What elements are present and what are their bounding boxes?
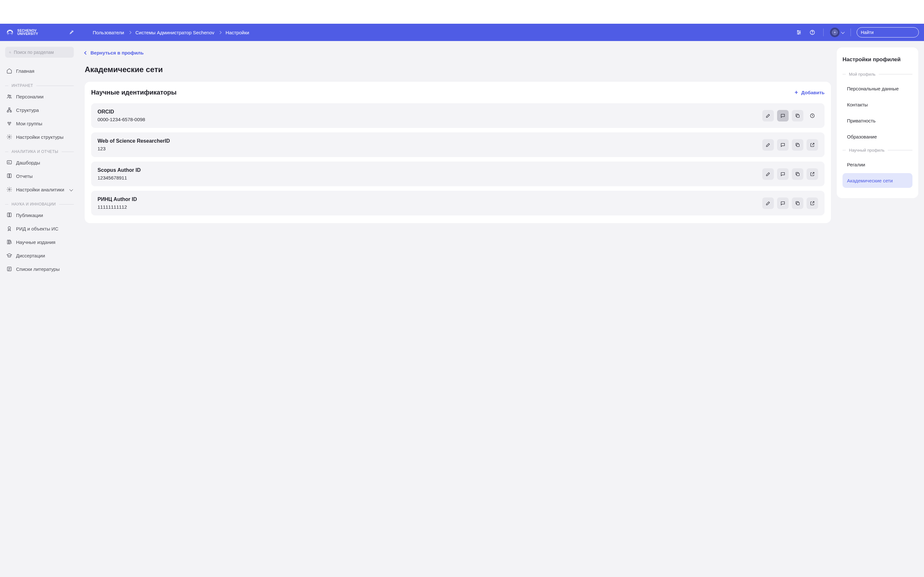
settings-panel: Настройки профилей Мой профильПерсональн… [837, 47, 918, 198]
copy-button[interactable] [792, 168, 803, 180]
copy-button[interactable] [792, 110, 803, 121]
link-icon [810, 142, 815, 147]
svg-rect-24 [9, 108, 10, 109]
comment-button[interactable] [777, 168, 788, 180]
identifier-name: Scopus Author ID [97, 167, 762, 173]
svg-line-21 [11, 53, 11, 53]
page-title: Академические сети [85, 65, 831, 74]
sidebar-item-reports[interactable]: Отчеты [5, 169, 74, 183]
identifier-row: Web of Science ResearcherID123 [91, 132, 825, 157]
sidebar-item-publications[interactable]: Публикации [5, 208, 74, 222]
sidebar-search[interactable] [5, 47, 74, 58]
back-label: Вернуться в профиль [90, 50, 144, 55]
svg-point-22 [8, 95, 10, 97]
identifier-name: РИНЦ Author ID [97, 197, 762, 202]
settings-item[interactable]: Персональные данные [843, 81, 913, 96]
group-icon [6, 121, 12, 126]
settings-item[interactable]: Регалии [843, 157, 913, 172]
sidebar-group-header: АНАЛИТИКА И ОТЧЕТЫ [5, 149, 74, 154]
comment-icon [780, 113, 785, 118]
breadcrumb-item[interactable]: Системы Администратор Sechenov [136, 30, 214, 35]
history-button[interactable] [806, 110, 818, 121]
books-icon [6, 239, 12, 245]
sidebar-item-home[interactable]: Главная [5, 64, 74, 77]
global-search[interactable] [857, 27, 919, 37]
svg-point-17 [835, 32, 835, 33]
comment-button[interactable] [777, 139, 788, 151]
sidebar-item-dissertations[interactable]: Диссертации [5, 249, 74, 262]
identifier-row: ORCID0000-1234-6578-0098 [91, 103, 825, 128]
identifier-name: ORCID [97, 109, 762, 115]
help-button[interactable] [806, 26, 819, 39]
sidebar-item-persons[interactable]: Персоналии [5, 90, 74, 103]
edit-button[interactable] [762, 139, 774, 151]
sidebar-item-label: Персоналии [16, 94, 44, 99]
open-link-button[interactable] [806, 168, 818, 180]
app-header: SECHENOVUNIVERSITY Пользователи Системы … [0, 24, 924, 41]
sidebar: Главная ИНТРАНЕТ Персоналии Структура Мо… [0, 41, 79, 577]
breadcrumb-item[interactable]: Настройки [226, 30, 249, 35]
edit-icon [766, 171, 771, 177]
svg-rect-43 [796, 173, 799, 176]
settings-item[interactable]: Контакты [843, 97, 913, 112]
svg-point-32 [9, 189, 10, 190]
edit-button[interactable] [762, 168, 774, 180]
svg-point-23 [10, 95, 11, 97]
sidebar-item-bibliography[interactable]: Списки литературы [5, 262, 74, 276]
svg-rect-44 [796, 202, 799, 205]
brand-name: SECHENOVUNIVERSITY [17, 29, 38, 36]
settings-group-header: Научный профиль [843, 148, 913, 153]
open-link-button[interactable] [806, 197, 818, 209]
pin-toggle[interactable] [67, 28, 76, 37]
sidebar-item-label: Главная [16, 68, 34, 74]
settings-item[interactable]: Образование [843, 129, 913, 144]
settings-item[interactable]: Академические сети [843, 173, 913, 188]
settings-item[interactable]: Приватность [843, 113, 913, 128]
fingerprint-icon [831, 29, 838, 36]
sidebar-item-ip[interactable]: РИД и объекты ИС [5, 222, 74, 235]
chevron-right-icon [218, 31, 222, 34]
edit-button[interactable] [762, 110, 774, 121]
graduation-icon [6, 253, 12, 258]
pin-icon [69, 30, 74, 35]
sidebar-item-structure[interactable]: Структура [5, 103, 74, 117]
svg-point-1 [8, 31, 9, 32]
book-icon [6, 173, 12, 179]
brand-logo: SECHENOVUNIVERSITY [5, 28, 38, 37]
svg-point-29 [9, 124, 10, 125]
gear-icon [6, 187, 12, 192]
open-link-button[interactable] [806, 139, 818, 151]
settings-button[interactable] [792, 26, 805, 39]
sidebar-item-journals[interactable]: Научные издания [5, 235, 74, 249]
edit-button[interactable] [762, 197, 774, 209]
global-search-input[interactable] [861, 30, 917, 35]
settings-group-header: Мой профиль [843, 72, 913, 77]
add-button[interactable]: + Добавить [795, 89, 825, 96]
logo-icon [5, 28, 15, 37]
dashboard-icon [6, 160, 12, 165]
sidebar-item-analytics-settings[interactable]: Настройки аналитики [5, 183, 74, 196]
copy-icon [795, 113, 800, 118]
sidebar-item-structure-settings[interactable]: Настройки структуры [5, 130, 74, 143]
svg-point-9 [798, 31, 798, 31]
comment-button[interactable] [777, 197, 788, 209]
identifiers-card: Научные идентификаторы + Добавить ORCID0… [85, 82, 831, 223]
comment-button[interactable] [777, 110, 788, 121]
sidebar-item-groups[interactable]: Мои группы [5, 117, 74, 130]
copy-button[interactable] [792, 139, 803, 151]
list-icon [6, 266, 12, 272]
sidebar-item-label: Списки литературы [16, 266, 60, 272]
svg-point-20 [9, 52, 11, 53]
copy-button[interactable] [792, 197, 803, 209]
sidebar-item-dashboards[interactable]: Дашборды [5, 156, 74, 169]
search-icon [9, 50, 11, 55]
award-icon [6, 226, 12, 231]
user-menu[interactable] [830, 27, 844, 37]
edit-icon [766, 142, 771, 147]
breadcrumb-item[interactable]: Пользователи [93, 30, 124, 35]
sidebar-search-input[interactable] [14, 50, 70, 55]
comment-icon [780, 171, 785, 177]
sidebar-group-header: ИНТРАНЕТ [5, 83, 74, 88]
back-link[interactable]: Вернуться в профиль [85, 50, 144, 55]
identifier-value: 123 [97, 146, 762, 151]
